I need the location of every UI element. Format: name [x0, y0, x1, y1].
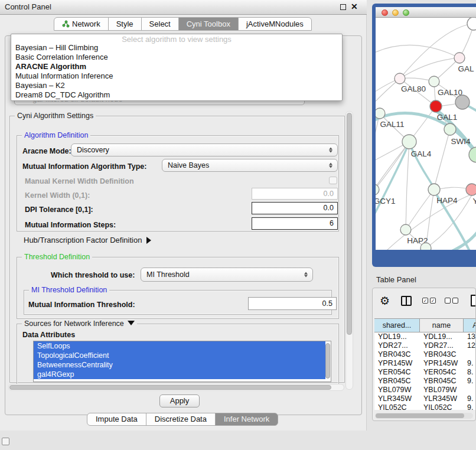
network-node-y[interactable] [466, 184, 476, 195]
network-node[interactable] [467, 18, 476, 30]
network-node[interactable] [420, 243, 431, 250]
network-node-gal1[interactable] [430, 100, 442, 112]
algorithm-popup-item[interactable]: Basic Correlation Inference [11, 53, 342, 62]
network-node-swi4[interactable] [444, 123, 456, 135]
network-node-gal4[interactable] [402, 135, 416, 149]
settings-hscroll-thumb[interactable] [9, 385, 331, 390]
table-horizontal-scrollbar[interactable] [375, 413, 473, 419]
table-column-header[interactable]: shared... [374, 318, 420, 332]
network-edge[interactable] [406, 142, 409, 230]
table-row[interactable]: YIL052CYIL052C9. [374, 403, 476, 410]
control-panel-titlebar: Control Panel ✕ [0, 0, 367, 15]
algorithm-popup-item[interactable]: ARACNE Algorithm [11, 62, 342, 71]
network-node[interactable] [455, 95, 470, 109]
tab-impute-data[interactable]: Impute Data [87, 413, 146, 426]
data-attributes-label: Data Attributes [22, 331, 75, 339]
table-row[interactable]: YPR145WYPR145W9. [374, 359, 476, 368]
mi-algorithm-type-value: Naive Bayes [168, 161, 209, 169]
settings-vertical-scrollbar[interactable] [345, 111, 353, 390]
table-column-header[interactable]: name [420, 318, 464, 332]
algorithm-popup-item[interactable]: Dream8 DC_TDC Algorithm [11, 90, 342, 100]
data-attribute-item[interactable]: TopologicalCoefficient [34, 351, 325, 360]
tab-style[interactable]: Style [108, 17, 142, 31]
dock-panel-icon[interactable] [2, 438, 9, 445]
table-hscroll-thumb[interactable] [376, 413, 464, 418]
table-row[interactable]: YBL079WYBL079W [374, 386, 476, 394]
table-column-header[interactable]: A [464, 318, 476, 332]
table-cell: YIL052C [374, 403, 420, 410]
data-attribute-item[interactable]: SelfLoops [34, 341, 325, 351]
algorithm-popup-item[interactable]: Bayesian – Hill Climbing [11, 43, 342, 53]
network-node-gcy1[interactable] [376, 184, 379, 195]
float-panel-icon[interactable] [340, 4, 346, 10]
manual-kernel-checkbox[interactable] [329, 177, 337, 184]
sources-title[interactable]: Sources for Network Inference [22, 319, 137, 328]
mi-algorithm-type-combobox[interactable]: Naive Bayes [162, 159, 338, 172]
hub-section-toggle[interactable]: Hub/Transcription Factor Definition [24, 236, 151, 244]
columns-icon[interactable] [401, 296, 412, 306]
table-row[interactable]: YBR043CYBR043C [374, 350, 476, 359]
list-scrollbar-thumb[interactable] [325, 343, 330, 379]
gear-icon[interactable]: ⚙ [380, 294, 390, 308]
table-body[interactable]: YDL19...YDL19...13YDR27...YDR27...12YBR0… [374, 332, 476, 410]
export-table-icon[interactable] [471, 295, 476, 306]
tab-cyni-toolbox[interactable]: Cyni Toolbox [178, 17, 239, 31]
tab-impute-data-label: Impute Data [96, 415, 138, 423]
network-node-label: GAL [458, 64, 474, 73]
network-canvas[interactable]: GALGAL80GAL10GAL1GAL11SWI4GAL4GCY1HAP4YH… [376, 18, 476, 250]
table-cell: YDR27... [374, 341, 420, 350]
network-node-gal[interactable] [454, 53, 465, 63]
tab-infer-network-label: Infer Network [224, 415, 269, 423]
table-row[interactable]: YLR345WYLR345W9. [374, 394, 476, 403]
network-node-hap2[interactable] [400, 224, 411, 235]
data-attribute-item[interactable]: gal4RGexp [34, 370, 325, 379]
zoom-window-icon[interactable] [403, 9, 409, 16]
kernel-width-field[interactable]: 0.0 [252, 188, 338, 200]
algorithm-popup-item[interactable]: Bayesian – K2 [11, 81, 342, 90]
close-panel-icon[interactable]: ✕ [351, 2, 358, 11]
settings-horizontal-scrollbar[interactable] [8, 384, 344, 391]
algorithm-popup-item[interactable]: Mutual Information Inference [11, 71, 342, 81]
table-row[interactable]: YDR27...YDR27...12 [374, 341, 476, 350]
table-row[interactable]: YDL19...YDL19...13 [374, 332, 476, 341]
which-threshold-combobox[interactable]: MI Threshold [141, 268, 313, 282]
table-row[interactable]: YBR045CYBR045C9. [374, 377, 476, 386]
settings-vscroll-thumb[interactable] [347, 113, 352, 335]
dpi-tolerance-field[interactable]: 0.0 [252, 202, 338, 214]
mi-steps-label: Mutual Information Steps: [25, 221, 116, 229]
deselect-all-columns-icon[interactable] [445, 298, 458, 304]
network-node-hap4[interactable] [428, 184, 440, 195]
mi-steps-field[interactable]: 6 [252, 217, 338, 230]
table-row[interactable]: YER054CYER054C8. [374, 368, 476, 377]
mi-algorithm-type-label: Mutual Information Algorithm Type: [22, 162, 146, 171]
algorithm-popup: Select algorithm to view settings Bayesi… [11, 34, 343, 101]
mi-threshold-field[interactable]: 0.5 [248, 297, 337, 310]
close-window-icon[interactable] [382, 9, 388, 16]
table-cell: 9. [464, 359, 476, 368]
network-node[interactable] [469, 147, 476, 162]
aracne-mode-value: Discovery [77, 146, 109, 154]
which-threshold-label: Which threshold to use: [51, 271, 135, 279]
data-attribute-item[interactable]: BetweennessCentrality [34, 360, 325, 370]
tab-discretize-data[interactable]: Discretize Data [146, 413, 216, 426]
tab-select[interactable]: Select [141, 17, 179, 31]
network-edge[interactable] [435, 129, 450, 186]
network-node-gal80[interactable] [395, 73, 405, 84]
minimize-window-icon[interactable] [392, 9, 399, 16]
hub-section-label: Hub/Transcription Factor Definition [24, 236, 142, 244]
network-view-titlebar[interactable] [376, 7, 476, 18]
network-node-gal10[interactable] [429, 76, 439, 87]
tab-jactivemnodules[interactable]: jActiveMNodules [238, 17, 312, 31]
tab-network[interactable]: Network [54, 17, 109, 31]
sources-title-label: Sources for Network Inference [24, 319, 124, 328]
table-cell: YBR043C [374, 350, 420, 359]
network-node-gal11[interactable] [376, 108, 385, 119]
data-attributes-list[interactable]: SelfLoopsTopologicalCoefficientBetweenne… [33, 341, 331, 382]
network-edge[interactable] [376, 45, 459, 58]
apply-button[interactable]: Apply [159, 394, 200, 407]
network-graph: GALGAL80GAL10GAL1GAL11SWI4GAL4GCY1HAP4YH… [376, 18, 476, 250]
aracne-mode-combobox[interactable]: Discovery [71, 144, 338, 156]
table-cell: 9. [464, 403, 476, 410]
select-all-columns-icon[interactable]: ✓ ✓ [422, 298, 436, 304]
tab-infer-network[interactable]: Infer Network [215, 413, 278, 426]
